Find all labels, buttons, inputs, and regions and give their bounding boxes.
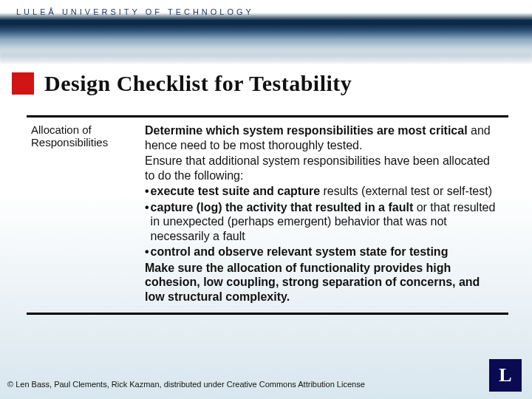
row-content: Determine which system responsibilities … bbox=[137, 117, 508, 313]
title-bullet-icon bbox=[12, 72, 34, 95]
paragraph: Determine which system responsibilities … bbox=[145, 123, 502, 152]
paragraph: Make sure the allocation of functionalit… bbox=[145, 261, 502, 304]
bullet-dot-icon: • bbox=[145, 245, 151, 259]
checklist-table: Allocation of Responsibilities Determine… bbox=[27, 115, 508, 315]
header-banner: LULEÅ UNIVERSITY OF TECHNOLOGY bbox=[0, 0, 532, 64]
paragraph: Ensure that additional system responsibi… bbox=[145, 154, 502, 183]
text-bold: capture (log) the activity that resulted… bbox=[151, 201, 414, 214]
logo-letter: L bbox=[499, 364, 511, 386]
slide-title: Design Checklist for Testability bbox=[44, 71, 352, 96]
text-bold: execute test suite and capture bbox=[151, 185, 320, 197]
bullet-text: execute test suite and capture results (… bbox=[151, 184, 492, 199]
text-bold: Determine which system responsibilities … bbox=[145, 124, 468, 137]
title-row: Design Checklist for Testability bbox=[12, 71, 352, 96]
bullet-text: control and observe relevant system stat… bbox=[151, 245, 449, 259]
bullet-dot-icon: • bbox=[145, 184, 151, 199]
text: results (external test or self-test) bbox=[320, 185, 492, 197]
bullet-item: •control and observe relevant system sta… bbox=[145, 245, 502, 259]
bullet-item: •capture (log) the activity that resulte… bbox=[145, 200, 502, 244]
bullet-dot-icon: • bbox=[145, 200, 151, 244]
bullet-item: •execute test suite and capture results … bbox=[145, 184, 502, 199]
slide: LULEÅ UNIVERSITY OF TECHNOLOGY Design Ch… bbox=[0, 0, 532, 399]
bullet-text: capture (log) the activity that resulted… bbox=[151, 200, 502, 244]
university-name: LULEÅ UNIVERSITY OF TECHNOLOGY bbox=[16, 7, 254, 16]
row-header: Allocation of Responsibilities bbox=[27, 117, 137, 313]
university-logo: L bbox=[489, 359, 522, 392]
footer-attribution: © Len Bass, Paul Clements, Rick Kazman, … bbox=[7, 380, 365, 389]
